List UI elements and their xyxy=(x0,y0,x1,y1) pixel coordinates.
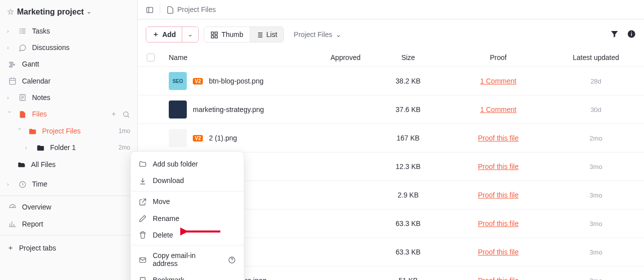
sidebar-item-overview[interactable]: Overview xyxy=(0,199,137,216)
menu-download[interactable]: Download xyxy=(131,172,244,188)
sidebar-item-gantt[interactable]: Gantt xyxy=(0,56,137,72)
menu-delete[interactable]: Delete xyxy=(131,226,244,243)
sidebar-item-folder1[interactable]: › Folder 1 2mo xyxy=(0,140,137,156)
info-icon[interactable] xyxy=(627,30,636,40)
view-list-label: List xyxy=(266,30,277,38)
size-cell: 167 KB xyxy=(376,134,441,142)
col-approved[interactable]: Approved xyxy=(315,54,376,62)
sidebar-item-label: Overview xyxy=(22,203,130,211)
sidebar-item-label: Files xyxy=(32,110,105,118)
updated-cell: 3mo xyxy=(556,220,636,228)
divider xyxy=(0,235,137,236)
chevron-down-icon[interactable]: ⌄ xyxy=(87,8,91,15)
proof-link[interactable]: Proof this file xyxy=(478,248,519,256)
view-list[interactable]: List xyxy=(249,27,283,42)
menu-bookmark[interactable]: Bookmark xyxy=(131,272,244,280)
updated-cell: 2mo xyxy=(556,134,636,142)
proof-link[interactable]: Proof this file xyxy=(478,220,519,228)
col-name[interactable]: Name xyxy=(169,54,315,62)
sidebar-item-time[interactable]: › Time xyxy=(0,176,137,192)
files-icon xyxy=(18,110,27,118)
add-icon[interactable]: ＋ xyxy=(110,110,117,118)
sidebar-item-notes[interactable]: › Notes xyxy=(0,89,137,106)
col-size[interactable]: Size xyxy=(376,54,441,62)
search-icon[interactable] xyxy=(122,110,130,118)
svg-point-5 xyxy=(124,112,128,116)
proof-link[interactable]: Proof this file xyxy=(478,162,519,170)
proof-link[interactable]: Proof this file xyxy=(478,276,519,280)
menu-rename[interactable]: Rename xyxy=(131,210,244,226)
gauge-icon xyxy=(8,203,17,212)
sidebar-item-tasks[interactable]: › Tasks xyxy=(0,22,137,39)
file-name: btn-blog-post.png xyxy=(209,77,263,85)
download-icon xyxy=(139,176,147,184)
menu-copy-email[interactable]: Copy email-in address xyxy=(131,248,244,272)
svg-rect-3 xyxy=(10,78,16,84)
file-name: 2 (1).png xyxy=(209,134,237,142)
folders-icon xyxy=(17,160,26,168)
view-thumb[interactable]: Thumb xyxy=(204,27,249,42)
sidebar-item-meta: 1mo xyxy=(119,128,130,134)
menu-label: Download xyxy=(153,176,184,184)
sidebar-item-all-files[interactable]: All Files xyxy=(0,156,137,172)
file-thumbnail xyxy=(169,129,187,147)
file-thumbnail xyxy=(169,100,187,118)
proof-link[interactable]: 1 Comment xyxy=(480,106,516,114)
sidebar-item-project-files[interactable]: › Project Files 1mo xyxy=(0,122,137,139)
svg-rect-11 xyxy=(215,36,218,38)
menu-move[interactable]: Move xyxy=(131,194,244,210)
filter-icon[interactable] xyxy=(610,30,619,40)
table-row[interactable]: V22 (1).png167 KBProof this file2mo xyxy=(138,124,644,152)
breadcrumb[interactable]: Project Files xyxy=(166,5,216,14)
sidebar-item-discussions[interactable]: › Discussions xyxy=(0,39,137,56)
divider xyxy=(131,191,244,192)
panel-toggle-icon[interactable] xyxy=(146,5,154,14)
size-cell: 2.9 KB xyxy=(376,191,441,199)
star-icon[interactable]: ☆ xyxy=(7,7,14,16)
project-tabs-label: Project tabs xyxy=(19,244,56,252)
menu-label: Delete xyxy=(153,231,173,239)
proof-link[interactable]: 1 Comment xyxy=(480,77,516,85)
version-badge: V2 xyxy=(193,135,203,142)
sidebar-item-files[interactable]: › Files ＋ xyxy=(0,106,137,122)
svg-rect-8 xyxy=(211,32,214,34)
updated-cell: 30d xyxy=(556,106,636,114)
add-button[interactable]: ＋ Add xyxy=(146,27,182,42)
size-cell: 37.6 KB xyxy=(376,106,441,114)
proof-link[interactable]: Proof this file xyxy=(478,134,519,142)
separator xyxy=(160,4,160,15)
gantt-icon xyxy=(8,60,17,68)
size-cell: 12.3 KB xyxy=(376,162,441,170)
mail-icon xyxy=(139,256,147,264)
sidebar-item-label: Discussions xyxy=(32,44,130,52)
col-proof[interactable]: Proof xyxy=(441,54,556,62)
file-name: marketing-strategy.png xyxy=(193,106,264,114)
help-icon[interactable] xyxy=(228,256,236,264)
proof-link[interactable]: Proof this file xyxy=(478,191,519,199)
chevron-down-icon: ⌄ xyxy=(187,30,193,38)
chevron-down-icon: › xyxy=(7,111,13,117)
sidebar-item-calendar[interactable]: Calendar xyxy=(0,72,137,89)
pencil-icon xyxy=(139,214,147,222)
divider xyxy=(0,196,137,196)
project-header[interactable]: ☆ Marketing project ⌄ xyxy=(0,4,137,22)
table-row[interactable]: SEOV2btn-blog-post.png38.2 KB1 Comment28… xyxy=(138,67,644,96)
svg-rect-0 xyxy=(10,62,13,63)
menu-add-sub-folder[interactable]: Add sub folder xyxy=(131,156,244,172)
list-icon xyxy=(255,30,263,38)
plus-icon: ＋ xyxy=(152,30,159,39)
folder-select[interactable]: Project Files ⌄ xyxy=(289,28,347,42)
table-row[interactable]: marketing-strategy.png37.6 KB1 Comment30… xyxy=(138,96,644,124)
add-dropdown[interactable]: ⌄ xyxy=(182,27,198,42)
chart-icon xyxy=(8,220,17,228)
project-tabs-button[interactable]: ＋ Project tabs xyxy=(0,238,137,258)
chevron-right-icon: › xyxy=(25,144,31,150)
svg-rect-10 xyxy=(211,36,214,38)
sidebar-item-report[interactable]: Report xyxy=(0,216,137,232)
select-all-checkbox[interactable] xyxy=(147,54,155,62)
tasks-icon xyxy=(18,26,27,35)
sidebar-item-label: Time xyxy=(32,180,130,188)
col-updated[interactable]: Latest updated xyxy=(556,54,636,62)
chevron-down-icon: ⌄ xyxy=(336,30,342,38)
menu-label: Bookmark xyxy=(153,276,184,280)
